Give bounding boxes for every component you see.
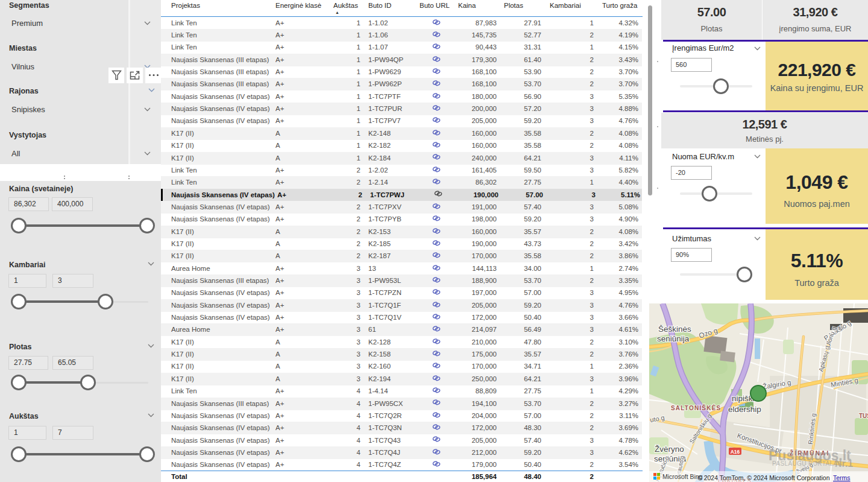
svg-text:Šeškinės: Šeškinės: [658, 325, 691, 334]
svg-text:© 2024 TomTom, © 2024 Microsof: © 2024 TomTom, © 2024 Microsoft Corporat…: [697, 474, 830, 481]
svg-text:Microsoft Bing: Microsoft Bing: [662, 473, 703, 480]
svg-text:A16: A16: [731, 449, 740, 455]
svg-text:TUSK: TUSK: [859, 413, 868, 419]
svg-text:Žvėryno: Žvėryno: [655, 445, 684, 454]
svg-text:Nr.1: Nr.1: [835, 458, 853, 469]
svg-text:Terms: Terms: [833, 474, 851, 481]
svg-text:seniūnija: seniūnija: [657, 334, 690, 343]
svg-text:eldership: eldership: [728, 405, 761, 414]
svg-text:SALTONIŠKĖS: SALTONIŠKĖS: [671, 404, 721, 411]
svg-text:PASLAUGŲ PORTALAS: PASLAUGŲ PORTALAS: [772, 460, 842, 467]
